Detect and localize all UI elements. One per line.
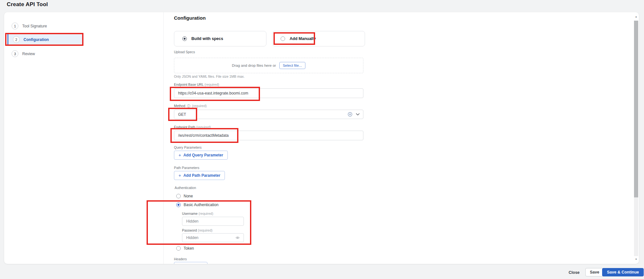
- radio-build-with-specs[interactable]: [182, 36, 187, 41]
- upload-specs-label: Upload Specs: [174, 50, 195, 54]
- stepper-item-tool-signature[interactable]: 1 Tool Signature: [12, 21, 47, 31]
- auth-option-basic[interactable]: Basic Authentication: [176, 203, 218, 207]
- close-button[interactable]: Close: [569, 270, 580, 275]
- username-input[interactable]: Hidden: [182, 217, 244, 226]
- scrollbar-track[interactable]: [634, 197, 638, 256]
- authentication-label: Authentication: [175, 186, 196, 190]
- dropzone-text: Drag and drop files here or: [232, 64, 276, 67]
- step-number-badge: 3: [12, 50, 18, 57]
- endpoint-path-label: Endpoint Path (required): [174, 125, 211, 129]
- info-icon: [187, 104, 190, 108]
- clear-icon[interactable]: [348, 112, 352, 117]
- mode-option-label: Add Manually: [290, 36, 316, 41]
- configuration-heading: Configuration: [174, 15, 206, 21]
- mode-option-build-with-specs[interactable]: Build with specs: [174, 31, 266, 46]
- scroll-up-icon[interactable]: ▲: [633, 14, 639, 19]
- step-number-badge: 2: [13, 36, 20, 43]
- file-dropzone[interactable]: Drag and drop files here or Select file.…: [174, 58, 363, 73]
- eye-icon[interactable]: [235, 236, 240, 239]
- path-parameters-label: Path Parameters: [174, 166, 199, 170]
- headers-label: Headers: [174, 257, 187, 261]
- add-query-parameter-button[interactable]: + Add Query Parameter: [174, 151, 228, 160]
- mode-option-label: Build with specs: [191, 36, 223, 41]
- endpoint-path-input[interactable]: /ws/rest/crm/contactMetadata: [174, 131, 363, 140]
- password-input[interactable]: Hidden: [182, 233, 244, 242]
- scroll-down-icon[interactable]: ▼: [633, 257, 639, 261]
- scrollbar-thumb[interactable]: [634, 21, 638, 197]
- add-path-parameter-button[interactable]: + Add Path Parameter: [174, 171, 225, 180]
- radio-none[interactable]: [176, 194, 181, 198]
- save-and-continue-button[interactable]: Save & Continue: [602, 268, 644, 276]
- stepper-item-label: Configuration: [24, 37, 49, 42]
- stepper-item-label: Review: [22, 52, 35, 56]
- stepper-item-label: Tool Signature: [22, 24, 47, 28]
- select-file-button[interactable]: Select file...: [279, 62, 305, 69]
- vertical-scrollbar[interactable]: ▲ ▼: [633, 13, 639, 263]
- radio-token[interactable]: [176, 246, 181, 251]
- endpoint-path-value: /ws/rest/crm/contactMetadata: [178, 133, 229, 138]
- password-value: Hidden: [186, 235, 198, 240]
- radio-add-manually[interactable]: [281, 36, 285, 41]
- plus-icon: +: [178, 153, 181, 157]
- username-value: Hidden: [186, 219, 198, 224]
- method-label: Method (required): [174, 104, 207, 108]
- query-parameters-label: Query Parameters: [174, 145, 202, 149]
- username-label: Username (required): [182, 212, 213, 215]
- base-url-input[interactable]: https://c04-usa-east.integrate.boomi.com: [174, 88, 363, 98]
- add-header-button[interactable]: [174, 262, 207, 264]
- auth-option-none[interactable]: None: [176, 194, 193, 198]
- password-label: Password (required): [182, 228, 213, 232]
- auth-option-token[interactable]: Token: [176, 246, 194, 251]
- plus-icon: +: [178, 173, 181, 178]
- method-value: GET: [178, 112, 186, 117]
- method-select[interactable]: GET: [174, 110, 363, 119]
- stepper-item-review[interactable]: 3 Review: [12, 48, 35, 59]
- stepper-item-configuration[interactable]: 2 Configuration: [7, 34, 82, 45]
- mode-option-add-manually[interactable]: Add Manually: [272, 31, 365, 46]
- create-api-tool-page: Create API Tool 1 Tool Signature 2 Confi…: [0, 0, 644, 279]
- sidebar-divider: [163, 12, 164, 264]
- base-url-value: https://c04-usa-east.integrate.boomi.com: [178, 91, 248, 95]
- base-url-label: Endpoint Base URL (required): [174, 83, 219, 86]
- chevron-down-icon[interactable]: [356, 113, 360, 116]
- page-title: Create API Tool: [7, 1, 48, 8]
- upload-hint: Only JSON and YAML files. File size 1MB …: [174, 75, 245, 78]
- save-button[interactable]: Save: [585, 268, 604, 276]
- radio-basic-authentication[interactable]: [176, 203, 181, 207]
- step-number-badge: 1: [12, 23, 18, 29]
- wizard-panel: 1 Tool Signature 2 Configuration 3 Revie…: [4, 12, 639, 264]
